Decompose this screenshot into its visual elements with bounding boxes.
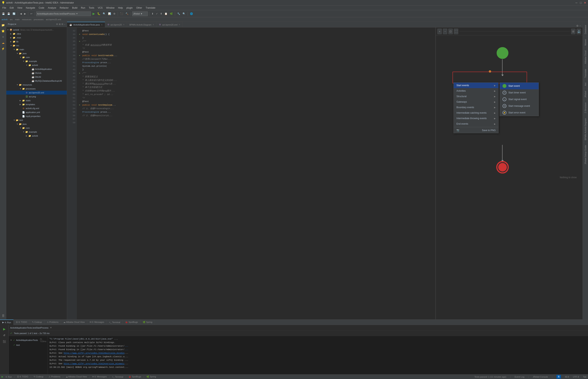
breadcrumb-activiti[interactable]: activiti	[1, 18, 8, 21]
bottom-tab-spring[interactable]: 🌿 Spring	[140, 319, 155, 325]
menu-analyze[interactable]: Analyze	[46, 6, 58, 10]
tree-mysqlbackup[interactable]: ☕ MySQLDatabaseBackupUtil	[6, 79, 67, 83]
code-content[interactable]: @Test ▶ void contextLoads() { } ▶	[77, 28, 435, 319]
close-button[interactable]: ✕	[584, 1, 587, 4]
tree-log4j[interactable]: 📄 log4j.properties	[6, 114, 67, 118]
zoom-in-button[interactable]: +	[437, 29, 442, 34]
favorites-button[interactable]: ⭐	[0, 28, 6, 34]
status-problems[interactable]: ⚠ Problems	[49, 376, 60, 378]
tree-activiti-cfg[interactable]: ⚙ activiti.cfg.xml	[6, 106, 67, 110]
vcs-history[interactable]: 📋	[164, 11, 168, 16]
tree-application-yml[interactable]: 📄 application.yml	[6, 110, 67, 114]
toolbar-back[interactable]: ◀	[19, 11, 23, 16]
run-play-button[interactable]: ▶	[3, 326, 6, 332]
tree-java[interactable]: ▼ 📂 java	[6, 51, 67, 55]
tree-com[interactable]: ▼ 📁 com	[6, 55, 67, 59]
project-layout-icon[interactable]: ⊞	[59, 23, 60, 26]
project-view-button[interactable]: 📁	[0, 22, 6, 28]
bottom-tab-terminal[interactable]: >_ Terminal	[107, 319, 123, 325]
run-header-close[interactable]: ✕	[50, 326, 52, 329]
menu-help[interactable]: Help	[117, 6, 124, 10]
jrebel-left-button[interactable]: ⚡	[0, 46, 6, 51]
tab-act-xml[interactable]: ⚙ act.bpmn20.xml ✕	[157, 22, 183, 27]
vcs-push[interactable]: ⬆	[159, 11, 163, 16]
build-button[interactable]: 🔨	[125, 11, 129, 16]
menu-tools[interactable]: Tools	[87, 6, 96, 10]
bottom-tab-todo[interactable]: ☰ 6: TODO	[14, 319, 29, 325]
run-stop-button[interactable]: ⬛	[2, 339, 6, 344]
right-tab-translate[interactable]: Translate	[583, 66, 588, 80]
status-terminal[interactable]: >_ Terminal	[112, 376, 123, 378]
status-run-config[interactable]: 4: Run	[5, 376, 12, 378]
menu-navigate[interactable]: Navigate	[24, 6, 37, 10]
run-rerun-button[interactable]: ↺	[3, 332, 6, 338]
ctx-gateways[interactable]: Gateways ▶	[454, 99, 498, 105]
tree-templates[interactable]: ▶ 📁 templates	[6, 102, 67, 106]
bottom-tab-messages[interactable]: ✉ 0: Messages	[87, 319, 107, 325]
tree-processes[interactable]: ▼ 📁 processes	[6, 87, 67, 91]
tab-act-bpmn20[interactable]: ⚙ act.bpmn20 ✕	[105, 22, 127, 27]
tree-idea[interactable]: ▶ 📁 .idea	[6, 32, 67, 36]
tree-resources[interactable]: ▼ 📂 resources	[6, 83, 67, 87]
sdk-manager[interactable]: 🔧	[176, 11, 181, 16]
project-settings-icon[interactable]: ⚙	[61, 23, 63, 26]
project-gear-icon[interactable]: ⚙	[56, 23, 58, 26]
tree-test-java[interactable]: ▼ 📂 java	[6, 122, 67, 126]
menu-file[interactable]: File	[1, 6, 8, 10]
toolbar-forward[interactable]: ▶	[23, 11, 27, 16]
right-tab-jrebel[interactable]: JRebel	[583, 88, 588, 100]
search-button[interactable]: 🔍	[182, 11, 186, 16]
vcs-update[interactable]: ⬇	[151, 11, 154, 16]
status-spring[interactable]: 🌿 Spring	[147, 376, 156, 378]
tree-activiti-pkg[interactable]: ▼ 📁 activiti	[6, 63, 67, 67]
test-suite-item[interactable]: ▼ ✓ ActivitiApplicationTests 2s 733ms	[9, 337, 47, 343]
log-link-1[interactable]: http://www.slf4j.org/codes.html#multiple…	[64, 352, 124, 354]
tab-close-act-xml[interactable]: ✕	[179, 24, 180, 26]
status-spotbugs[interactable]: 🐞 SpotBugs	[128, 376, 141, 378]
menu-run[interactable]: Run	[79, 6, 87, 10]
project-collapse-icon[interactable]: −	[64, 23, 65, 26]
translate-btn[interactable]: 🌐	[189, 11, 194, 16]
right-tab-jrebel-guide[interactable]: JRebel Setup Guide	[583, 142, 588, 167]
menu-view[interactable]: View	[16, 6, 24, 10]
test-item[interactable]: ✓ test	[9, 343, 47, 347]
tree-static[interactable]: ▶ 📁 static	[6, 98, 67, 102]
grid-button[interactable]: ⊞	[571, 29, 575, 34]
debug-button[interactable]: 🐛	[96, 11, 101, 16]
menu-refactor[interactable]: Refactor	[58, 6, 70, 10]
jrebel-dropdown[interactable]: JRebel ▼	[132, 11, 148, 16]
end-event-node[interactable]	[496, 161, 509, 174]
bottom-tab-codeup[interactable]: ✎ Codeup	[29, 319, 44, 325]
toolbar-save[interactable]: 💾	[1, 11, 6, 16]
menu-edit[interactable]: Edit	[8, 6, 15, 10]
bottom-tab-problems[interactable]: ⚠ Problems	[44, 319, 61, 325]
breadcrumb-main[interactable]: main	[15, 18, 20, 21]
tree-act-png[interactable]: 🖼 act.png	[6, 95, 67, 98]
editor-settings-icon[interactable]: ⚙	[576, 24, 579, 27]
right-tab-ant[interactable]: Ant	[583, 80, 588, 88]
menu-other[interactable]: Other	[135, 6, 144, 10]
more-run-options[interactable]: ⚙	[113, 11, 116, 16]
bottom-tab-alibaba[interactable]: ☁ Alibaba Cloud View	[61, 319, 87, 325]
toolbar-save-all[interactable]: 💾	[6, 11, 11, 16]
tree-test-com[interactable]: ▼ 📁 com	[6, 126, 67, 130]
tab-activiti-tests[interactable]: ☕ ActivitiApplicationTests.java ✕	[67, 22, 105, 27]
ctx-activities[interactable]: Activities ▶	[454, 88, 498, 94]
tree-mvn[interactable]: ▶ 📁 .mvn	[6, 36, 67, 40]
editor-collapse-icon[interactable]: −	[579, 24, 581, 27]
status-todo[interactable]: ☰ 6: TODO	[17, 376, 28, 378]
alibaba-cloud-button[interactable]: ☁	[0, 40, 6, 46]
breadcrumb-src[interactable]: src	[10, 18, 13, 21]
right-tab-database[interactable]: Database	[583, 22, 588, 36]
right-tab-alibaba[interactable]: Alibaba Cloud	[583, 48, 588, 66]
stop-button[interactable]: ⬛	[119, 11, 124, 16]
persistence-button[interactable]: 🗄	[0, 313, 6, 318]
tree-example[interactable]: ▼ 📁 example	[6, 59, 67, 63]
tree-dbjob[interactable]: ☕ DbJob	[6, 71, 67, 75]
maximize-button[interactable]: □	[579, 1, 582, 4]
vcs-commit[interactable]: ✓	[155, 11, 159, 16]
zoom-actual-button[interactable]: ⛶	[454, 29, 458, 34]
submenu-start-signal[interactable]: △ Start signal event	[500, 96, 539, 103]
menu-window[interactable]: Window	[104, 6, 116, 10]
ctx-end-events[interactable]: End events ▶	[454, 121, 498, 126]
